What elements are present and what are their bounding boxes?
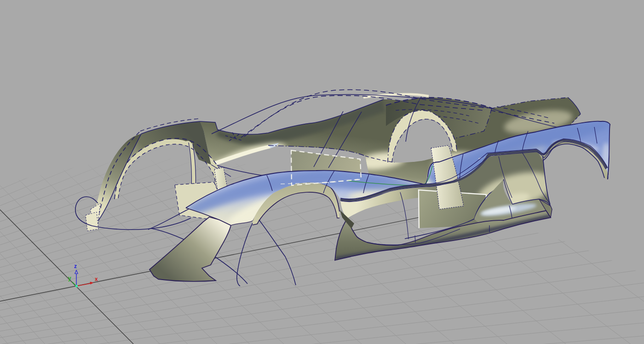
- svg-text:z: z: [74, 263, 77, 269]
- svg-text:y: y: [68, 275, 71, 281]
- svg-text:x: x: [95, 276, 98, 282]
